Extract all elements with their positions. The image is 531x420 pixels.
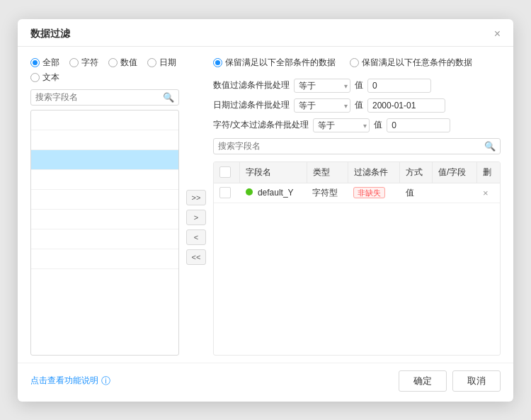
row-method-cell: 值 [400,183,433,203]
row-check-cell [214,183,240,203]
numeric-condition-row: 数值过滤条件批处理 等于 值 [213,79,501,93]
left-panel: 全部 字符 数值 日期 文本 [30,57,179,356]
list-item[interactable] [31,110,178,130]
radio-label-all-conditions: 保留满足以下全部条件的数据 [225,57,336,69]
radio-label-number: 数值 [120,57,137,69]
help-link[interactable]: 点击查看功能说明 ⓘ [30,375,110,387]
type-radio-group: 全部 字符 数值 日期 文本 [30,57,179,84]
col-delete: 删 [477,162,500,183]
col-check [214,162,240,183]
green-dot-icon [246,188,253,195]
radio-circle-any-condition [350,58,359,67]
list-item[interactable] [31,249,178,269]
field-list [30,110,179,356]
date-condition-label: 日期过滤条件批处理 [213,99,290,111]
row-delete-cell: × [477,183,500,203]
radio-number[interactable]: 数值 [108,57,137,69]
arrow-panel: >> > < << [186,57,206,356]
radio-date[interactable]: 日期 [147,57,176,69]
dialog-body: 全部 字符 数值 日期 文本 [18,47,513,363]
radio-label-any-condition: 保留满足以下任意条件的数据 [362,57,472,69]
right-search-icon: 🔍 [484,141,496,152]
radio-all[interactable]: 全部 [30,57,59,69]
date-val-label: 值 [355,99,363,111]
char-select-wrapper: 等于 [313,118,370,132]
condition-radio-group: 保留满足以下全部条件的数据 保留满足以下任意条件的数据 [213,57,501,69]
row-fieldname: default_Y [258,188,294,198]
list-item[interactable] [31,150,178,170]
dialog-header: 数据过滤 × [18,19,513,47]
arrow-remove-all-button[interactable]: << [186,249,206,265]
right-search-input[interactable] [218,141,484,151]
row-type-cell: 字符型 [307,183,348,203]
select-all-checkbox[interactable] [219,166,231,178]
col-value: 值/字段 [433,162,477,183]
right-panel: 保留满足以下全部条件的数据 保留满足以下任意条件的数据 数值过滤条件批处理 等于… [213,57,501,356]
col-condition: 过滤条件 [348,162,399,183]
char-val-label: 值 [374,119,382,131]
radio-label-char: 字符 [81,57,98,69]
row-delete-button[interactable]: × [483,188,489,198]
radio-circle-char [69,58,79,67]
radio-label-all: 全部 [42,57,59,69]
arrow-add-button[interactable]: > [186,210,206,225]
radio-text[interactable]: 文本 [30,72,59,84]
row-value-cell [433,183,477,203]
row-condition: 非缺失 [353,187,385,198]
confirm-button[interactable]: 确定 [399,370,447,392]
right-search-box: 🔍 [213,138,501,154]
list-item[interactable] [31,210,178,229]
numeric-select-wrapper: 等于 [294,79,350,93]
arrow-add-all-button[interactable]: >> [186,190,206,205]
row-checkbox[interactable] [219,187,231,198]
radio-char[interactable]: 字符 [69,57,98,69]
col-type: 类型 [307,162,348,183]
close-button[interactable]: × [494,28,501,40]
list-item[interactable] [31,190,178,210]
numeric-val-label: 值 [355,79,363,91]
date-val-input[interactable] [367,98,445,113]
table-row: default_Y 字符型 非缺失 值 [214,183,500,203]
dialog-footer: 点击查看功能说明 ⓘ 确定 取消 [18,363,513,402]
help-link-text: 点击查看功能说明 [30,375,98,387]
row-condition-cell: 非缺失 [348,183,399,203]
row-method: 值 [406,188,414,198]
char-condition-select[interactable]: 等于 [313,118,370,132]
radio-all-conditions[interactable]: 保留满足以下全部条件的数据 [213,57,336,69]
search-icon: 🔍 [163,92,174,103]
date-select-wrapper: 等于 [294,98,350,113]
filter-table: 字段名 类型 过滤条件 方式 值/字段 删 [213,161,501,356]
radio-label-date: 日期 [159,57,176,69]
radio-label-text: 文本 [42,72,59,84]
list-item[interactable] [31,170,178,190]
cancel-button[interactable]: 取消 [452,370,501,392]
radio-circle-number [108,58,118,67]
date-condition-row: 日期过滤条件批处理 等于 值 [213,98,501,113]
char-condition-row: 字符/文本过滤条件批处理 等于 值 [213,118,501,132]
char-condition-label: 字符/文本过滤条件批处理 [213,119,309,131]
char-val-input[interactable] [387,118,450,132]
list-item[interactable] [31,130,178,150]
radio-any-condition[interactable]: 保留满足以下任意条件的数据 [350,57,472,69]
dialog-title: 数据过滤 [30,28,70,40]
left-search-input[interactable] [35,92,163,102]
list-item[interactable] [31,229,178,249]
help-link-icon: ⓘ [101,375,110,387]
numeric-condition-select[interactable]: 等于 [294,79,350,93]
numeric-condition-label: 数值过滤条件批处理 [213,79,290,91]
radio-circle-date [147,58,156,67]
radio-circle-all-conditions [213,58,222,67]
row-type: 字符型 [312,188,338,198]
radio-circle-text [30,73,40,82]
data-filter-dialog: 数据过滤 × 全部 字符 数值 [18,19,513,402]
left-search-box: 🔍 [30,89,179,106]
col-fieldname: 字段名 [240,162,307,183]
row-fieldname-cell: default_Y [240,183,307,203]
radio-circle-all [30,58,40,67]
arrow-remove-button[interactable]: < [186,229,206,245]
numeric-val-input[interactable] [367,79,431,93]
date-condition-select[interactable]: 等于 [294,98,350,113]
col-method: 方式 [400,162,433,183]
